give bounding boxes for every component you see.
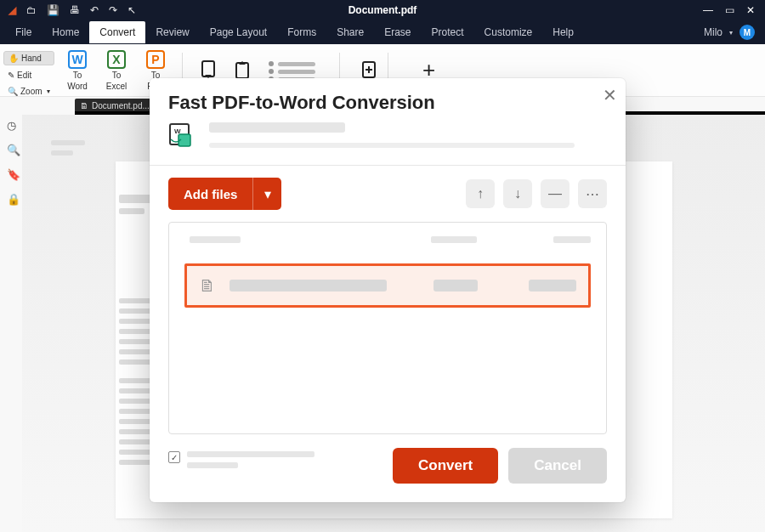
file-list-header	[184, 236, 591, 243]
convert-modal: ✕ Fast PDF-to-Word Conversion W Add file…	[150, 78, 626, 502]
modal-footer: ✓ Convert Cancel	[150, 434, 626, 502]
add-files-button[interactable]: Add files ▾	[168, 178, 281, 210]
more-icon: ⋯	[586, 186, 599, 202]
convert-label: Convert	[418, 457, 473, 474]
move-up-button[interactable]: ↑	[466, 179, 495, 208]
file-icon: 🗎	[199, 276, 216, 296]
modal-title: Fast PDF-to-Word Conversion	[168, 92, 607, 114]
move-down-button[interactable]: ↓	[503, 179, 532, 208]
add-files-dropdown-icon[interactable]: ▾	[252, 178, 281, 210]
file-list-panel: 🗎	[168, 222, 607, 434]
arrow-up-icon: ↑	[477, 186, 484, 201]
footer-option[interactable]: ✓	[168, 451, 314, 468]
cancel-label: Cancel	[534, 457, 581, 474]
modal-toolbar: Add files ▾ ↑ ↓ — ⋯	[150, 166, 626, 222]
minus-icon: —	[548, 186, 562, 201]
svg-text:W: W	[174, 127, 181, 135]
cancel-button[interactable]: Cancel	[508, 448, 607, 484]
remove-button[interactable]: —	[541, 179, 570, 208]
overlay: ✕ Fast PDF-to-Word Conversion W Add file…	[0, 0, 765, 532]
add-files-label: Add files	[184, 187, 237, 201]
file-row-selected[interactable]: 🗎	[184, 263, 591, 308]
more-button[interactable]: ⋯	[578, 179, 607, 208]
arrow-down-icon: ↓	[514, 186, 521, 201]
convert-button[interactable]: Convert	[393, 448, 498, 484]
checkbox-icon[interactable]: ✓	[168, 451, 180, 463]
pdf-to-word-icon: W	[168, 122, 197, 146]
close-icon[interactable]: ✕	[603, 85, 617, 105]
